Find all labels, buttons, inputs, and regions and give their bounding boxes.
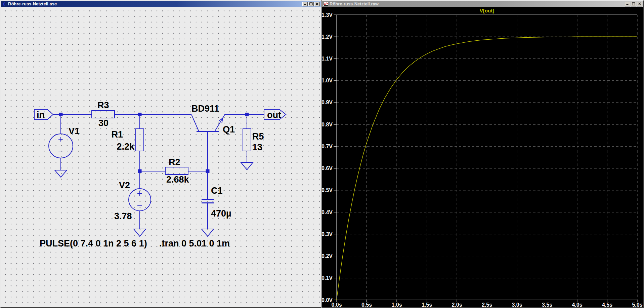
maximize-button[interactable] (631, 2, 636, 6)
maximize-button[interactable] (308, 2, 314, 6)
y-tick-label: 1.1V (322, 56, 333, 62)
schematic-window-title: Röhre-russ-Netzteil.asc (8, 1, 301, 6)
x-tick-label: 0.5s (361, 302, 372, 307)
waveform-window-titlebar[interactable]: Röhre-russ-Netzteil.raw (322, 1, 643, 7)
Q1-model: BD911 (191, 104, 219, 114)
R5-name: R5 (252, 131, 264, 142)
R2-name: R2 (169, 157, 180, 167)
x-tick-label: 2.5s (482, 302, 492, 307)
schematic-window: Röhre-russ-Netzteil.asc (0, 0, 321, 308)
ground-V2[interactable] (134, 229, 146, 236)
V1-name: V1 (69, 126, 80, 136)
x-tick-label: 5.0s (632, 302, 642, 307)
y-tick-label: 0.7V (322, 144, 333, 149)
x-tick-label: 3.5s (542, 302, 552, 307)
y-tick-label: 0.5V (322, 187, 333, 193)
component-R2[interactable]: R2 2.68k (165, 157, 189, 185)
window-controls (625, 2, 643, 6)
R5-value: 13 (252, 142, 262, 152)
waveform-window: Röhre-russ-Netzteil.raw 0.0V0.1V0.2V0.3V… (321, 0, 644, 308)
component-R1[interactable]: R1 2.2k (111, 129, 144, 152)
close-button[interactable] (314, 2, 320, 6)
x-tick-label: 3.0s (512, 302, 522, 307)
y-tick-label: 0.4V (322, 209, 333, 215)
y-tick-label: 1.3V (322, 12, 333, 18)
waveform-window-title: Röhre-russ-Netzteil.raw (329, 1, 624, 6)
schematic-canvas[interactable]: in out V1 (1, 7, 321, 307)
port-flag-out[interactable]: out (264, 110, 286, 120)
C1-name: C1 (211, 186, 223, 196)
minimize-button[interactable] (302, 2, 308, 6)
component-Q1[interactable]: BD911 Q1 (191, 104, 235, 134)
component-C1[interactable]: C1 470µ (202, 186, 231, 219)
emitter-arrow-icon (219, 118, 223, 123)
plot-canvas[interactable]: 0.0V0.1V0.2V0.3V0.4V0.5V0.6V0.7V0.8V0.9V… (322, 7, 643, 307)
x-tick-label: 4.5s (602, 302, 612, 307)
component-V1[interactable]: V1 (49, 126, 80, 158)
ground-C1[interactable] (202, 229, 214, 236)
x-tick-label: 0.0s (331, 302, 342, 307)
y-tick-label: 1.2V (322, 34, 333, 40)
x-tick-label: 1.0s (391, 302, 402, 307)
R2-value: 2.68k (166, 175, 189, 185)
port-out-label: out (267, 110, 281, 120)
C1-value: 470µ (211, 208, 231, 219)
ground-R5[interactable] (241, 162, 253, 170)
waveform-icon (323, 1, 328, 6)
y-tick-label: 0.2V (322, 253, 333, 259)
Q1-name: Q1 (223, 124, 235, 134)
close-button[interactable] (637, 2, 642, 6)
R1-name: R1 (111, 129, 123, 140)
y-tick-label: 0.3V (322, 231, 333, 237)
minimize-button[interactable] (625, 2, 630, 6)
y-tick-label: 0.8V (322, 122, 333, 127)
waveform-plot[interactable]: 0.0V0.1V0.2V0.3V0.4V0.5V0.6V0.7V0.8V0.9V… (322, 7, 643, 307)
ltspice-schematic-icon (1, 1, 7, 6)
V2-name: V2 (119, 180, 130, 190)
y-tick-label: 1.0V (322, 78, 333, 83)
x-tick-label: 4.0s (572, 302, 582, 307)
component-R3[interactable]: R3 30 (92, 100, 115, 128)
x-tick-label: 1.5s (422, 302, 432, 307)
window-controls (302, 2, 320, 6)
trace-title[interactable]: V[out] (480, 8, 494, 13)
pulse-directive[interactable]: PULSE(0 7.4 0 1n 2 5 6 1) (40, 238, 147, 248)
schematic-window-titlebar[interactable]: Röhre-russ-Netzteil.asc (1, 1, 321, 7)
y-tick-label: 0.6V (322, 165, 333, 171)
R1-value: 2.2k (117, 142, 135, 152)
R3-name: R3 (97, 100, 109, 110)
x-tick-label: 2.0s (452, 302, 462, 307)
component-R5[interactable]: R5 13 (243, 129, 264, 152)
port-flag-in[interactable]: in (34, 110, 53, 120)
ground-V1[interactable] (55, 170, 67, 177)
port-in-label: in (37, 110, 45, 120)
y-tick-label: 0.9V (322, 100, 333, 105)
component-V2[interactable]: V2 3.78 (114, 180, 151, 221)
tran-directive[interactable]: .tran 0 5.01 0 1m (159, 238, 230, 248)
V2-value: 3.78 (114, 211, 132, 221)
desktop: Röhre-russ-Netzteil.asc (0, 0, 644, 308)
y-tick-label: 0.1V (322, 275, 333, 281)
R3-value: 30 (98, 118, 109, 128)
schematic-drawing: in out V1 (1, 7, 321, 307)
